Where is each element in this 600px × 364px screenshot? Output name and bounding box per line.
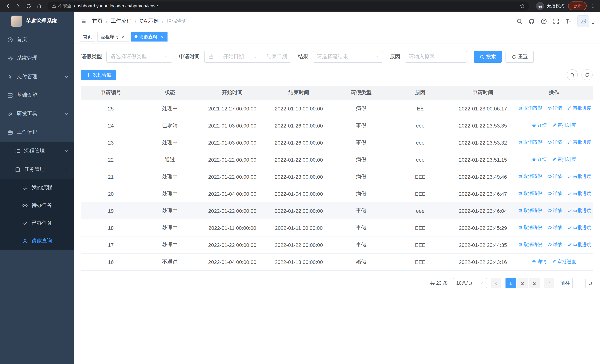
delete-icon (518, 174, 522, 179)
security-indicator[interactable]: 不安全 (52, 3, 72, 9)
leave-type-select[interactable]: 请选择请假类型 (106, 51, 172, 63)
cancel-action[interactable]: 取消请假 (518, 208, 542, 214)
tags-bar: 首页流程详情请假查询 (74, 30, 600, 43)
progress-action[interactable]: 审批进度 (567, 225, 591, 231)
reason-input[interactable]: 请输入原因 (405, 51, 467, 63)
sidebar-item-system[interactable]: 系统管理 (0, 49, 74, 67)
prev-page-button[interactable] (491, 278, 501, 288)
page-size-select[interactable]: 10条/页 (453, 278, 487, 288)
close-icon[interactable] (159, 34, 164, 39)
detail-action[interactable]: 详情 (547, 139, 562, 146)
progress-action[interactable]: 审批进度 (567, 173, 591, 180)
help-icon[interactable] (541, 18, 547, 24)
back-icon[interactable] (3, 1, 13, 11)
progress-action[interactable]: 审批进度 (567, 242, 591, 248)
cancel-action[interactable]: 取消请假 (518, 139, 542, 146)
update-button[interactable]: 更新 (568, 1, 587, 10)
home-icon[interactable] (34, 1, 44, 11)
address-bar[interactable]: 不安全 dashboard.yudao.iocoder.cn/bpm/oa/le… (47, 1, 529, 10)
sidebar-item-task-mgmt[interactable]: 任务管理 (0, 160, 74, 179)
cell-applied: 2022-01-22 23:49:46 (450, 168, 516, 185)
cancel-action[interactable]: 取消请假 (518, 242, 542, 248)
cell-reason: EEE (390, 236, 450, 253)
active-tab-dot (134, 35, 138, 38)
progress-action[interactable]: 审批进度 (552, 156, 576, 163)
goto-page-input[interactable] (572, 278, 586, 288)
toggle-search-button[interactable] (567, 69, 578, 80)
sidebar-item-done-task[interactable]: 已办任务 (0, 214, 74, 232)
detail-action[interactable]: 详情 (532, 122, 547, 129)
refresh-table-button[interactable] (581, 69, 593, 80)
cell-type: 病假 (332, 185, 390, 202)
detail-action[interactable]: 详情 (547, 225, 562, 231)
sidebar-item-todo-task[interactable]: 待办任务 (0, 196, 74, 214)
create-leave-button[interactable]: 发起请假 (81, 70, 116, 80)
cell-start: 2022-01-04 00:00:00 (199, 185, 265, 202)
result-select[interactable]: 请选择流结果 (313, 51, 383, 63)
detail-action[interactable]: 详情 (532, 259, 547, 265)
forward-icon[interactable] (13, 1, 23, 11)
breadcrumb-item[interactable]: 首页 (92, 18, 103, 24)
detail-action[interactable]: 详情 (547, 191, 562, 197)
progress-action[interactable]: 审批进度 (567, 139, 591, 146)
sidebar-item-workflow[interactable]: 工作流程 (0, 123, 74, 142)
detail-action[interactable]: 详情 (547, 208, 562, 214)
cancel-action[interactable]: 取消请假 (518, 105, 542, 112)
progress-action[interactable]: 审批进度 (567, 208, 591, 214)
detail-action[interactable]: 详情 (532, 156, 547, 163)
cancel-action[interactable]: 取消请假 (518, 225, 542, 231)
breadcrumb-item[interactable]: 工作流程 (111, 18, 131, 24)
sidebar-toggle-button[interactable] (74, 12, 92, 30)
cell-actions: 取消请假详情审批进度 (515, 202, 593, 219)
sidebar-item-leave-query[interactable]: 请假查询 (0, 232, 74, 250)
reload-icon[interactable] (24, 1, 33, 11)
page-button-2[interactable]: 2 (517, 278, 528, 288)
cell-actions: 详情审批进度 (515, 253, 593, 271)
fullscreen-icon[interactable] (553, 18, 559, 24)
progress-action[interactable]: 审批进度 (567, 105, 591, 112)
apply-time-range[interactable]: 开始日期-结束日期 (204, 51, 291, 63)
close-icon[interactable] (121, 34, 126, 39)
cell-type: 事假 (332, 202, 390, 219)
sidebar-item-my-process[interactable]: 我的流程 (0, 179, 74, 196)
page-button-1[interactable]: 1 (506, 278, 516, 288)
detail-action[interactable]: 详情 (547, 105, 562, 112)
tab-process-detail[interactable]: 流程详情 (97, 32, 129, 42)
sidebar-item-process-mgmt[interactable]: 流程管理 (0, 142, 74, 160)
github-icon[interactable] (528, 18, 535, 24)
reset-button[interactable]: 重置 (506, 51, 534, 63)
sidebar-item-infrastructure[interactable]: 基础设施 (0, 86, 74, 104)
page-button-3[interactable]: 3 (529, 278, 540, 288)
url-text: dashboard.yudao.iocoder.cn/bpm/oa/leave (74, 3, 517, 9)
cancel-action[interactable]: 取消请假 (518, 191, 542, 197)
cell-reason: eee (390, 151, 450, 168)
sidebar-item-home[interactable]: 首页 (0, 30, 74, 49)
cell-id: 21 (81, 168, 141, 185)
cancel-action[interactable]: 取消请假 (518, 173, 542, 180)
pagination: 共 23 条 10条/页 123 前往 页 (81, 278, 593, 296)
column-header-type: 请假类型 (332, 86, 390, 100)
user-menu[interactable] (577, 15, 595, 27)
tab-home[interactable]: 首页 (80, 32, 95, 42)
progress-action[interactable]: 审批进度 (552, 122, 576, 129)
cell-id: 20 (81, 185, 141, 202)
next-page-button[interactable] (544, 278, 554, 288)
detail-action[interactable]: 详情 (547, 173, 562, 180)
breadcrumb-item[interactable]: OA 示例 (140, 18, 159, 24)
font-size-icon[interactable] (565, 18, 572, 24)
tab-leave-query[interactable]: 请假查询 (131, 32, 168, 42)
browser-menu-icon[interactable] (589, 2, 597, 10)
sidebar-item-payment[interactable]: 支付管理 (0, 67, 74, 86)
sidebar-item-devtools[interactable]: 研发工具 (0, 104, 74, 123)
sidebar-item-label: 基础设施 (17, 92, 38, 99)
sidebar-item-label: 已办任务 (31, 220, 52, 226)
search-icon (570, 73, 575, 77)
search-icon[interactable] (516, 18, 523, 24)
progress-action[interactable]: 审批进度 (552, 259, 576, 265)
progress-action[interactable]: 审批进度 (567, 191, 591, 197)
column-header-status: 状态 (141, 86, 199, 100)
app-logo[interactable]: 芋道管理系统 (0, 12, 74, 30)
search-button[interactable]: 搜索 (474, 51, 502, 63)
bookmark-star-icon[interactable] (520, 3, 525, 9)
detail-action[interactable]: 详情 (547, 242, 562, 248)
